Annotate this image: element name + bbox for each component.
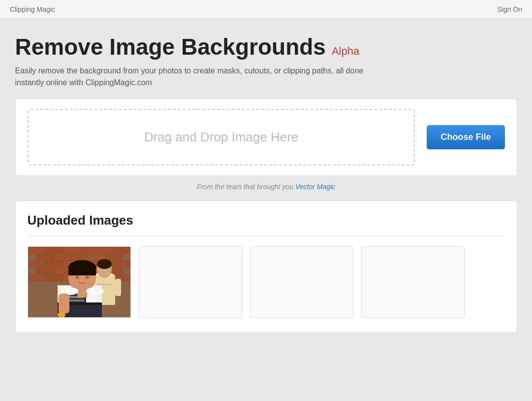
- svg-rect-7: [36, 254, 54, 261]
- svg-rect-39: [67, 300, 84, 301]
- section-divider: [28, 236, 505, 236]
- image-thumb-4[interactable]: [361, 246, 465, 318]
- choose-file-button[interactable]: Choose File: [427, 125, 504, 149]
- team-credit-text: From the team that brought you: [197, 183, 295, 191]
- uploaded-images-title: Uploaded Images: [28, 213, 505, 228]
- image-thumb-3[interactable]: [250, 246, 353, 318]
- svg-rect-8: [54, 254, 71, 261]
- svg-rect-33: [97, 284, 112, 285]
- team-credit: From the team that brought you Vector Ma…: [15, 183, 517, 191]
- svg-point-47: [85, 276, 89, 279]
- hero-subtitle: Easily remove the background from your p…: [15, 65, 517, 89]
- brand-logo[interactable]: Clipping Magic: [10, 5, 55, 13]
- svg-rect-5: [97, 247, 114, 254]
- svg-rect-6: [114, 247, 131, 254]
- svg-rect-48: [77, 290, 87, 298]
- svg-rect-24: [45, 274, 63, 281]
- page-title: Remove Image Backgrounds: [15, 33, 326, 60]
- signin-link[interactable]: Sign On: [497, 5, 522, 13]
- svg-rect-11: [105, 254, 123, 261]
- svg-rect-51: [59, 294, 69, 313]
- svg-rect-18: [36, 267, 54, 274]
- svg-rect-34: [115, 279, 121, 296]
- svg-rect-17: [114, 261, 131, 267]
- upload-container: Drag and Drop Image Here Choose File: [15, 99, 517, 176]
- svg-rect-12: [28, 261, 45, 267]
- image-grid: [28, 246, 505, 318]
- navbar: Clipping Magic Sign On: [0, 0, 532, 19]
- uploaded-section: Uploaded Images: [15, 200, 517, 333]
- svg-point-32: [97, 259, 112, 269]
- image-thumb-1[interactable]: [28, 246, 131, 318]
- drop-zone-text: Drag and Drop Image Here: [144, 130, 299, 144]
- drop-zone[interactable]: Drag and Drop Image Here: [28, 109, 415, 166]
- hero-title-container: Remove Image Backgrounds Alpha: [15, 33, 517, 60]
- svg-rect-13: [45, 261, 63, 267]
- uploaded-photo-1: [28, 247, 131, 318]
- svg-rect-3: [63, 247, 80, 254]
- svg-rect-9: [71, 254, 88, 261]
- main-content: Remove Image Backgrounds Alpha Easily re…: [5, 19, 527, 348]
- alpha-badge: Alpha: [332, 45, 359, 58]
- svg-rect-2: [45, 247, 63, 254]
- svg-rect-4: [80, 247, 97, 254]
- image-thumb-2[interactable]: [139, 246, 242, 318]
- svg-rect-41: [80, 303, 102, 318]
- vector-magic-link[interactable]: Vector Magic: [295, 183, 335, 191]
- svg-point-50: [86, 287, 104, 295]
- svg-point-46: [75, 276, 79, 279]
- svg-rect-45: [68, 266, 96, 275]
- svg-rect-23: [28, 274, 45, 281]
- svg-rect-1: [28, 247, 45, 254]
- svg-point-52: [58, 312, 65, 318]
- svg-rect-19: [54, 267, 71, 274]
